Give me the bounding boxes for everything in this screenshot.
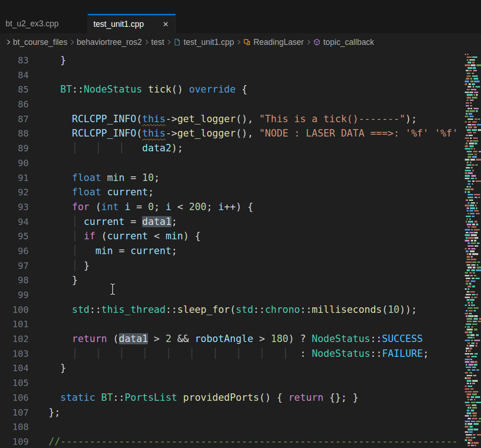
token	[241, 348, 259, 359]
breadcrumb-root-chevron-icon	[5, 38, 12, 46]
minimap-token	[465, 272, 468, 274]
token: │	[259, 348, 265, 359]
minimap-token	[478, 118, 480, 120]
code-line-107[interactable]: 107};	[0, 405, 481, 420]
code-line-96[interactable]: 96 │ min = current;	[0, 244, 481, 259]
code-line-97[interactable]: 97 │ }	[0, 259, 481, 274]
code-line-106[interactable]: 106 static BT::PortsList providedPorts()…	[0, 391, 481, 405]
token: >	[253, 333, 271, 344]
code-editor[interactable]: 83 }8485 BT::NodeStatus tick() override …	[0, 51, 481, 448]
minimap-token	[469, 253, 471, 255]
token	[101, 172, 107, 183]
minimap-token	[467, 334, 470, 336]
minimap-token	[466, 167, 470, 168]
code-line-89[interactable]: 89 │ │ │ data2);	[0, 141, 481, 156]
code-line-91[interactable]: 91 float min = 10;	[0, 171, 481, 186]
minimap-token	[466, 70, 469, 71]
minimap-line	[464, 188, 481, 190]
code-line-108[interactable]: 108	[0, 420, 481, 435]
token	[49, 187, 72, 198]
breadcrumb-item-bt_course_files[interactable]: bt_course_files	[13, 37, 68, 47]
minimap-token	[468, 407, 469, 408]
minimap-line	[464, 348, 481, 349]
minimap-line	[464, 439, 481, 441]
minimap-token	[469, 186, 471, 187]
code-line-99[interactable]: 99	[0, 288, 481, 303]
minimap-token	[466, 348, 469, 349]
code-line-109[interactable]: 109//-----------------------------------…	[0, 435, 481, 448]
breadcrumb-item-test[interactable]: test	[151, 37, 164, 47]
minimap-token	[477, 124, 481, 125]
code-line-98[interactable]: 98 }	[0, 273, 481, 288]
minimap-token	[471, 280, 475, 282]
minimap-line	[464, 156, 481, 157]
token	[78, 216, 84, 227]
token: =	[124, 172, 142, 183]
minimap-token	[466, 135, 468, 136]
minimap-token	[471, 226, 476, 228]
code-line-95[interactable]: 95 │ if (current < min) {	[0, 229, 481, 244]
token: "NODE : LASER DATA ===>: '%f' '%f'	[259, 128, 458, 139]
breadcrumb-item-behaviortree_ros2[interactable]: behaviortree_ros2	[77, 37, 142, 47]
token	[49, 348, 72, 359]
minimap-token	[465, 92, 469, 93]
minimap-line	[464, 291, 481, 292]
breadcrumb-item-ReadingLaser[interactable]: ReadingLaser	[243, 37, 304, 47]
tab-test_unit1.cpp[interactable]: test_unit1.cpp✕	[88, 14, 176, 33]
minimap-token	[466, 310, 468, 311]
line-number: 83	[0, 53, 29, 68]
code-line-93[interactable]: 93 for (int i = 0; i < 200; i++) {	[0, 200, 481, 215]
code-line-92[interactable]: 92 float current;	[0, 185, 481, 200]
code-line-88[interactable]: 88 RCLCPP_INFO(this->get_logger(), "NODE…	[0, 126, 481, 141]
code-line-105[interactable]: 105	[0, 376, 481, 391]
minimap-line	[464, 337, 481, 338]
line-number: 96	[0, 244, 29, 259]
minimap-line	[464, 94, 481, 95]
code-line-85[interactable]: 85 BT::NodeStatus tick() override {	[0, 82, 481, 97]
minimap-token	[466, 261, 472, 263]
code-line-86[interactable]: 86	[0, 97, 481, 112]
minimap-line	[464, 412, 481, 414]
close-tab-icon[interactable]: ✕	[154, 20, 169, 29]
breadcrumb-item-test_unit1.cpp[interactable]: test_unit1.cpp	[173, 37, 234, 47]
minimap[interactable]	[464, 51, 481, 448]
minimap-line	[464, 143, 481, 144]
token: │	[72, 348, 78, 359]
code-line-102[interactable]: 102 return (data1 > 2 && robotAngle > 18…	[0, 332, 481, 347]
minimap-line	[464, 375, 481, 376]
minimap-line	[464, 148, 481, 149]
minimap-token	[472, 73, 474, 74]
minimap-token	[475, 278, 480, 279]
code-line-87[interactable]: 87 RCLCPP_INFO(this->get_logger(), "This…	[0, 112, 481, 127]
code-line-84[interactable]: 84	[0, 68, 481, 83]
code-line-94[interactable]: 94 │ current = data1;	[0, 215, 481, 230]
minimap-token	[474, 442, 479, 443]
minimap-token	[474, 310, 476, 311]
code-lines: 83 }8485 BT::NodeStatus tick() override …	[0, 51, 481, 448]
breadcrumb-item-topic_callback[interactable]: topic_callback	[313, 37, 374, 47]
minimap-line	[464, 159, 481, 160]
minimap-token	[479, 151, 481, 152]
code-line-104[interactable]: 104 }	[0, 361, 481, 376]
minimap-line	[464, 359, 481, 360]
minimap-token	[476, 294, 478, 295]
minimap-line	[464, 199, 481, 201]
minimap-line	[464, 321, 481, 322]
token: }	[49, 274, 78, 286]
token: robotAngle	[195, 333, 253, 344]
tab-bt_u2_ex3.cpp[interactable]: bt_u2_ex3.cpp	[0, 14, 88, 33]
code-line-90[interactable]: 90	[0, 156, 481, 171]
minimap-token	[475, 205, 477, 206]
code-line-103[interactable]: 103 │ │ │ │ │ │ │ │ │ │ : NodeStatus::FA…	[0, 347, 481, 361]
minimap-line	[464, 356, 481, 357]
minimap-line	[464, 145, 481, 147]
minimap-token	[477, 264, 478, 266]
minimap-token	[476, 369, 480, 371]
minimap-token	[469, 210, 473, 212]
code-line-83[interactable]: 83 }	[0, 53, 481, 68]
code-line-100[interactable]: 100 std::this_thread::sleep_for(std::chr…	[0, 303, 481, 317]
minimap-line	[464, 175, 481, 176]
token: () {	[259, 392, 288, 403]
code-line-101[interactable]: 101	[0, 317, 481, 332]
token: (	[382, 304, 388, 315]
